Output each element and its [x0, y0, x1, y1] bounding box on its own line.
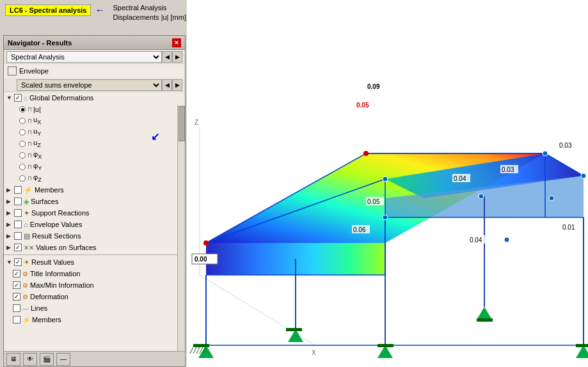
pipe-icon-uy: ⊓ [28, 129, 32, 136]
expand-result-values: ▼ [6, 259, 13, 265]
viewport: X Z [187, 0, 588, 367]
navigator-panel: Navigator - Results ✕ Spectral Analysis … [3, 35, 186, 358]
support-reactions-label: Support Reactions [31, 209, 90, 217]
scaled-prev-button[interactable]: ◀ [162, 79, 172, 91]
maxmin-icon: ⚙ [22, 282, 28, 289]
navigator-header: Navigator - Results ✕ [4, 36, 185, 50]
svg-text:0.05: 0.05 [367, 198, 380, 205]
pipe-icon-uz: ⊓ [28, 141, 32, 147]
envelope-icon [8, 66, 17, 75]
scaled-next-button[interactable]: ▶ [172, 79, 182, 91]
members-icon: ⚡ [24, 186, 33, 194]
title-icon: ⚙ [22, 270, 28, 277]
svg-text:0.09: 0.09 [367, 83, 380, 90]
ux-label: uX [33, 116, 41, 125]
check-result-values[interactable] [14, 258, 22, 266]
svg-text:X: X [312, 349, 316, 356]
svg-text:0.04: 0.04 [454, 175, 466, 182]
envelope-label: Envelope [19, 67, 49, 75]
tree-item-phiz[interactable]: ⊓ φZ [4, 173, 185, 184]
members-result-label: Members [32, 316, 61, 324]
svg-text:0.03: 0.03 [502, 166, 514, 173]
nav-next-button[interactable]: ▶ [172, 51, 182, 63]
u-abs-label: |u| [33, 105, 41, 113]
check-members[interactable] [14, 186, 22, 194]
toolbar-screen-btn[interactable]: 🖥 [6, 353, 20, 366]
deformation-label: Deformation [30, 293, 68, 301]
deformation-icon: ⚙ [22, 293, 28, 301]
surfaces-label: Surfaces [31, 198, 58, 205]
scrollbar-track[interactable] [177, 105, 185, 354]
nav-prev-button[interactable]: ◀ [162, 51, 172, 63]
tree-item-u-abs[interactable]: ⊓ |u| [4, 104, 185, 115]
svg-text:0.01: 0.01 [562, 224, 575, 231]
phiy-label: φY [33, 162, 42, 171]
check-lines[interactable] [13, 304, 20, 312]
tree-item-ux[interactable]: ⊓ uX [4, 115, 185, 127]
blue-arrow-icon: ↙ [151, 130, 159, 143]
check-maxmin-info[interactable] [13, 281, 20, 289]
svg-text:0.05: 0.05 [356, 102, 369, 109]
tree-item-global-deformations[interactable]: ▼ ⌂ Global Deformations [4, 92, 185, 104]
svg-text:Z: Z [195, 119, 198, 126]
check-title-info[interactable] [13, 270, 20, 277]
radio-phix[interactable] [19, 152, 26, 159]
members-label: Members [35, 186, 64, 194]
pipe-icon-ux: ⊓ [28, 118, 32, 124]
radio-phiy[interactable] [19, 164, 26, 170]
spectral-analysis-dropdown[interactable]: Spectral Analysis [6, 51, 162, 63]
tree-item-deformation[interactable]: ⚙ Deformation [4, 291, 185, 302]
toolbar-eye-btn[interactable]: 👁 [23, 353, 37, 366]
tree-item-result-sections[interactable]: ▶ ▤ Result Sections [4, 230, 185, 242]
expand-members: ▶ [6, 187, 13, 193]
scrollbar-thumb[interactable] [179, 106, 185, 141]
tree-item-result-values[interactable]: ▼ ✶ Result Values [4, 256, 185, 268]
uz-label: uZ [33, 139, 41, 148]
tree-item-maxmin-info[interactable]: ⚙ Max/Min Information [4, 279, 185, 291]
result-values-label: Result Values [31, 258, 74, 266]
maxmin-info-label: Max/Min Information [30, 281, 94, 289]
tree-item-support-reactions[interactable]: ▶ ✦ Support Reactions [4, 207, 185, 219]
tree-item-title-info[interactable]: ⚙ Title Information [4, 268, 185, 279]
check-members-result[interactable] [13, 316, 20, 324]
tree-item-values-on-surfaces[interactable]: ▶ ✕✕ Values on Surfaces [4, 242, 185, 253]
check-global-deformations[interactable] [14, 94, 22, 102]
check-surfaces[interactable] [14, 198, 22, 205]
tree-item-members[interactable]: ▶ ⚡ Members [4, 184, 185, 196]
tree-item-phix[interactable]: ⊓ φX [4, 150, 185, 161]
scaled-sums-row: Scaled sums envelope ◀ ▶ [4, 78, 185, 92]
global-deformations-label: Global Deformations [29, 94, 93, 102]
radio-uz[interactable] [19, 141, 26, 147]
tree-item-members-result[interactable]: ⚡ Members [4, 314, 185, 325]
spectral-analysis-label: Spectral Analysis [113, 3, 186, 13]
radio-uy[interactable] [19, 129, 26, 136]
check-values-surfaces[interactable] [14, 244, 22, 251]
svg-text:0.03: 0.03 [559, 142, 572, 149]
toolbar-video-btn[interactable]: 🎬 [40, 353, 54, 366]
result-sections-icon: ▤ [24, 232, 30, 240]
radio-ux[interactable] [19, 118, 26, 124]
lc6-badge: LC6 - Spectral analysis [5, 4, 91, 16]
tree-item-lines[interactable]: — Lines [4, 302, 185, 314]
scaled-sums-dropdown[interactable]: Scaled sums envelope [17, 79, 162, 91]
tree-item-phiy[interactable]: ⊓ φY [4, 161, 185, 173]
close-button[interactable]: ✕ [172, 38, 181, 47]
check-envelope-values[interactable] [14, 221, 22, 228]
pipe-icon-phix: ⊓ [28, 152, 32, 159]
spectral-analysis-row: Spectral Analysis ◀ ▶ [4, 50, 185, 64]
svg-text:0.04: 0.04 [470, 237, 482, 244]
check-deformation[interactable] [13, 293, 20, 301]
result-values-icon: ✶ [24, 258, 29, 267]
check-support-reactions[interactable] [14, 209, 22, 217]
pipe-icon-phiz: ⊓ [28, 175, 32, 182]
svg-rect-42 [576, 344, 588, 347]
expand-envelope: ▶ [6, 221, 13, 228]
uy-label: uY [33, 127, 41, 137]
tree-item-envelope-values[interactable]: ▶ ⌂ Envelope Values [4, 219, 185, 230]
radio-phiz[interactable] [19, 175, 26, 182]
radio-u-abs[interactable] [19, 106, 26, 113]
toolbar-dash-btn[interactable]: — [56, 353, 70, 366]
check-result-sections[interactable] [14, 232, 22, 240]
tree-item-surfaces[interactable]: ▶ ◈ Surfaces [4, 196, 185, 207]
svg-rect-38 [193, 344, 209, 347]
